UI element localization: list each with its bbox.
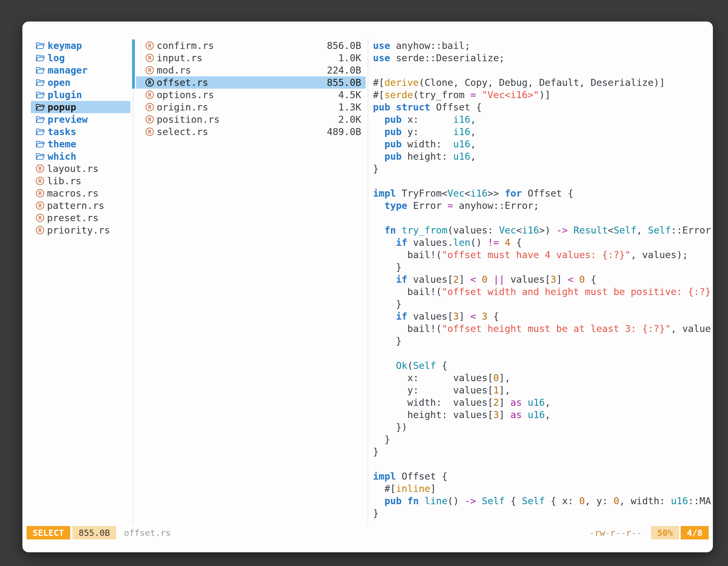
sidebar-item-preview[interactable]: preview <box>31 113 130 126</box>
code-line: } <box>373 163 713 175</box>
entry-name: popup <box>48 102 76 113</box>
entry-size: 489.0B <box>327 126 361 137</box>
rust-file-icon: R <box>36 214 44 222</box>
code-line: type Error = anyhow::Error; <box>373 200 713 212</box>
code-line: pub y: i16, <box>373 126 713 138</box>
code-line: impl TryFrom<Vec<i16>> for Offset { <box>373 187 713 200</box>
entry-name: pattern.rs <box>47 200 104 211</box>
code-line: bail!("offset width and height must be p… <box>373 285 713 298</box>
sidebar-item-priority-rs[interactable]: Rpriority.rs <box>31 224 130 236</box>
open-folder-icon <box>36 153 45 160</box>
code-line: pub fn line() -> Self { Self { x: 0, y: … <box>373 495 713 507</box>
file-item-offset-rs[interactable]: Roffset.rs855.0B <box>136 76 366 89</box>
open-folder-icon <box>36 128 45 136</box>
code-line: #[inline] <box>373 482 713 495</box>
entry-name: layout.rs <box>47 163 98 174</box>
scroll-percent-badge: 50% <box>651 526 679 539</box>
entry-size: 1.3K <box>338 102 361 113</box>
rust-file-icon: R <box>145 78 154 87</box>
entry-name: plugin <box>48 89 82 100</box>
code-line: bail!("offset must have 4 values: {:?}",… <box>373 249 713 261</box>
entry-name: preset.rs <box>47 212 98 224</box>
sidebar-item-log[interactable]: log <box>31 52 130 64</box>
code-line: x: values[0], <box>373 372 713 384</box>
rust-file-icon: R <box>36 201 44 210</box>
entry-name: open <box>48 77 71 88</box>
file-manager-window: keymaplogmanageropenpluginpopuppreviewta… <box>22 22 713 552</box>
sidebar-item-preset-rs[interactable]: Rpreset.rs <box>31 212 130 224</box>
open-folder-icon <box>36 67 45 74</box>
sidebar-item-pattern-rs[interactable]: Rpattern.rs <box>31 200 130 212</box>
parent-directory-pane: keymaplogmanageropenpluginpopuppreviewta… <box>22 39 133 236</box>
file-item-options-rs[interactable]: Roptions.rs4.5K <box>136 89 366 101</box>
code-line: pub struct Offset { <box>373 101 713 113</box>
code-line <box>373 175 713 187</box>
open-folder-icon <box>36 104 45 111</box>
entry-name: which <box>48 151 76 162</box>
sidebar-item-open[interactable]: open <box>31 76 130 89</box>
entry-size: 224.0B <box>327 65 361 76</box>
rust-file-icon: R <box>36 177 44 185</box>
sidebar-item-macros-rs[interactable]: Rmacros.rs <box>31 187 130 200</box>
code-line <box>373 64 713 76</box>
pane-separator-right <box>368 39 368 525</box>
code-line <box>373 347 713 359</box>
open-folder-icon <box>36 79 45 86</box>
code-line: impl Offset { <box>373 470 713 482</box>
open-folder-icon <box>36 91 45 99</box>
rust-file-icon: R <box>145 41 154 50</box>
code-line: Ok(Self { <box>373 359 713 372</box>
mode-badge: SELECT <box>27 526 70 539</box>
sidebar-item-lib-rs[interactable]: Rlib.rs <box>31 175 130 187</box>
status-right-group: -rw-r--r-- 50% 4/8 <box>589 526 709 539</box>
rust-file-icon: R <box>145 115 154 124</box>
file-preview-pane: use anyhow::bail;use serde::Deserialize;… <box>373 39 713 527</box>
code-line: pub height: u16, <box>373 150 713 163</box>
code-line: pub width: u16, <box>373 138 713 150</box>
sidebar-item-tasks[interactable]: tasks <box>31 126 130 138</box>
code-line: if values.len() != 4 { <box>373 236 713 249</box>
entry-name: priority.rs <box>47 225 110 236</box>
code-line <box>373 458 713 470</box>
rust-file-icon: R <box>145 103 154 111</box>
file-item-origin-rs[interactable]: Rorigin.rs1.3K <box>136 101 366 113</box>
file-item-position-rs[interactable]: Rposition.rs2.0K <box>136 113 366 126</box>
current-directory-pane: Rconfirm.rs856.0BRinput.rs1.0KRmod.rs224… <box>133 39 368 138</box>
entry-size: 855.0B <box>327 77 361 88</box>
sidebar-item-keymap[interactable]: keymap <box>31 39 130 52</box>
code-line: height: values[3] as u16, <box>373 408 713 421</box>
file-item-confirm-rs[interactable]: Rconfirm.rs856.0B <box>136 39 366 52</box>
entry-name: options.rs <box>157 89 214 100</box>
entry-name: keymap <box>48 40 82 51</box>
status-bar: SELECT 855.0B offset.rs -rw-r--r-- 50% 4… <box>27 526 709 539</box>
file-item-input-rs[interactable]: Rinput.rs1.0K <box>136 52 366 64</box>
file-item-mod-rs[interactable]: Rmod.rs224.0B <box>136 64 366 76</box>
file-item-select-rs[interactable]: Rselect.rs489.0B <box>136 126 366 138</box>
code-line: bail!("offset height must be at least 3:… <box>373 322 713 335</box>
rust-file-icon: R <box>36 189 44 198</box>
scrollbar-thumb[interactable] <box>132 39 135 89</box>
sidebar-item-which[interactable]: which <box>31 150 130 163</box>
entry-name: log <box>48 52 65 64</box>
code-line: }) <box>373 421 713 433</box>
sidebar-item-layout-rs[interactable]: Rlayout.rs <box>31 163 130 175</box>
code-line: pub x: i16, <box>373 113 713 126</box>
rust-file-icon: R <box>145 128 154 136</box>
entry-name: origin.rs <box>157 102 208 113</box>
rust-file-icon: R <box>145 91 154 99</box>
code-line: fn try_from(values: Vec<i16>) -> Result<… <box>373 224 713 236</box>
entry-name: select.rs <box>157 126 208 137</box>
status-filename: offset.rs <box>124 528 171 538</box>
status-left-group: SELECT 855.0B offset.rs <box>27 526 171 539</box>
code-line: } <box>373 507 713 519</box>
sidebar-item-plugin[interactable]: plugin <box>31 89 130 101</box>
sidebar-item-popup[interactable]: popup <box>31 101 130 113</box>
rust-file-icon: R <box>145 66 154 74</box>
cursor-position-badge: 4/8 <box>681 526 709 539</box>
entry-name: manager <box>48 65 88 76</box>
sidebar-item-theme[interactable]: theme <box>31 138 130 150</box>
sidebar-item-manager[interactable]: manager <box>31 64 130 76</box>
code-line <box>373 212 713 224</box>
entry-name: confirm.rs <box>157 40 214 51</box>
entry-name: offset.rs <box>157 77 208 88</box>
